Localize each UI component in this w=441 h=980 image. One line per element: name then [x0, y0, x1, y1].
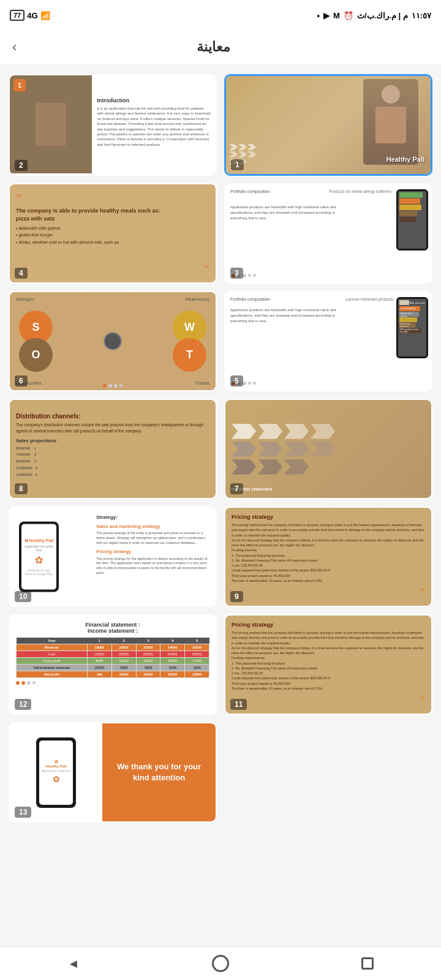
back-nav-button[interactable]: ◄ — [61, 951, 86, 976]
slide8-bg: " Distribution channels: The company's d… — [10, 400, 216, 498]
slide4-bg: " The company is able to provide healthy… — [10, 184, 216, 282]
slide-card-11[interactable]: Pricing strategy The pricing method that… — [224, 614, 432, 715]
th-4: 4 — [160, 638, 185, 644]
slide-card-4[interactable]: " The company is able to provide healthy… — [9, 183, 217, 284]
table-row-revenue: Revenue1000024000250002400031000 — [17, 644, 209, 651]
slide-thumb-6: Strengths Weaknesses S W O T Opportuniti… — [10, 292, 216, 390]
slide-card-6[interactable]: Strengths Weaknesses S W O T Opportuniti… — [9, 291, 217, 391]
slide12-dots — [16, 681, 209, 685]
slide11-title: Pricing strategy — [232, 622, 425, 628]
slide6-bg: Strengths Weaknesses S W O T Opportuniti… — [10, 292, 216, 390]
dot3 — [119, 384, 123, 387]
slide-card-2[interactable]: 1 Introduction It is an application that… — [9, 74, 217, 176]
dot-active — [16, 681, 20, 685]
th-5: 5 — [185, 638, 209, 644]
slide4-quote-open: " — [16, 190, 209, 207]
slide-number-10: 10 — [15, 591, 31, 602]
slide-card-7[interactable]: ribution channels 7 — [224, 399, 432, 499]
slide-card-5[interactable]: Portfolio composition : Application prod… — [224, 291, 432, 391]
slide13-thankyou-text: We thank you for your kind attention — [108, 761, 209, 783]
slide13-phone: ✿ Healthy Pall Application for health fo… — [36, 737, 76, 808]
back-button[interactable]: ‹ — [12, 39, 17, 55]
globe-icon — [104, 332, 122, 350]
slide-card-10[interactable]: ✿ Healthy Pall Application for health fo… — [9, 507, 217, 607]
slide7-chevrons — [225, 400, 431, 498]
slide11-text: The pricing method that the company will… — [232, 630, 425, 691]
slide10-phone: ✿ Healthy Pall Application for health fo… — [19, 522, 59, 592]
slide5-bg: Portfolio composition : Application prod… — [225, 292, 431, 390]
slide2-title: Introduction — [97, 97, 211, 104]
slide-card-8[interactable]: " Distribution channels: The company's d… — [9, 399, 217, 499]
page-title: معاينة — [197, 39, 230, 55]
slide-thumb-12: Financial statement :Income statement : … — [10, 616, 216, 714]
slide4-items: • tabbouleh with quinoa• gluten-free bur… — [16, 225, 209, 246]
dot-active — [103, 384, 107, 388]
recent-square-icon — [361, 957, 374, 970]
th-2: 2 — [111, 638, 136, 644]
back-arrow-icon: ◄ — [67, 957, 80, 971]
dot3 — [248, 382, 251, 385]
slide-number-7: 7 — [230, 483, 243, 494]
slide9-bg: Pricing strategy The pricing method that… — [225, 508, 431, 606]
slide1-bg: Healthy Pall — [226, 76, 431, 174]
slide-number-9: 9 — [230, 591, 243, 602]
slide-number-1: 1 — [231, 159, 244, 170]
signal-icon: 📶 — [40, 11, 50, 20]
dot2 — [243, 274, 246, 277]
slide11-quote-close: " — [420, 693, 425, 709]
dot3 — [32, 681, 36, 684]
dot4 — [253, 382, 256, 385]
slide-card-1[interactable]: Healthy Pall 1 — [224, 74, 432, 176]
slide10-strategy-title: Strategy: — [96, 514, 209, 521]
slide-number-3: 3 — [230, 268, 243, 279]
slide9-quote-close: " — [420, 585, 425, 601]
slides-grid: 1 Introduction It is an application that… — [0, 64, 441, 832]
slide8-quote-open: " — [16, 406, 209, 412]
slide6-dots — [103, 384, 123, 388]
slide2-num: 1 — [13, 79, 26, 91]
slide6-strengths-label: Strengths — [16, 297, 34, 301]
slide11-bg: Pricing strategy The pricing method that… — [225, 616, 431, 714]
slide13-right: We thank you for your kind attention — [102, 723, 216, 821]
slide-card-3[interactable]: Portfolio composition : Products for whe… — [224, 183, 432, 284]
slide3-bg: Portfolio composition : Products for whe… — [225, 184, 431, 282]
th-1: 1 — [87, 638, 111, 644]
slide10-bg: ✿ Healthy Pall Application for health fo… — [10, 508, 216, 606]
slide-card-13[interactable]: ✿ Healthy Pall Application for health fo… — [9, 722, 217, 823]
slide4-quote-close: " — [204, 262, 209, 277]
slide-number-5: 5 — [230, 375, 243, 386]
dot4 — [253, 274, 256, 277]
slide-number-4: 4 — [15, 268, 28, 279]
slide3-phone — [396, 189, 428, 251]
slide5-phone: Milk chocolate COFFEMATE Gluten free oth… — [396, 297, 428, 358]
slide-card-9[interactable]: Pricing strategy The pricing method that… — [224, 507, 432, 607]
slide5-subtitle: Lactose intolerant products. — [345, 297, 394, 301]
slide8-table-area: Sales projections 8000000 1 7000000 2 90… — [16, 438, 209, 478]
slide4-text: The company is able to provide healthy m… — [16, 207, 209, 222]
table-row-net: Net profit10019000190001930023500 — [17, 671, 209, 678]
dot1 — [108, 384, 112, 388]
th-3: 3 — [136, 638, 160, 644]
time-display: ١١:٥٧ — [412, 11, 431, 20]
slide-card-12[interactable]: Financial statement :Income statement : … — [9, 614, 217, 715]
home-nav-button[interactable] — [208, 951, 233, 976]
th-year: Year — [17, 638, 88, 644]
slide-number-11: 11 — [230, 699, 247, 710]
slide12-title: Financial statement :Income statement : — [16, 622, 209, 634]
slide10-pricing-text: The pricing strategy for the application… — [96, 557, 209, 576]
slide-thumb-7: ribution channels — [225, 400, 431, 498]
slide5-text: Application products are foodstuffs with… — [230, 307, 338, 324]
slide13-icon: ✿ — [53, 774, 60, 784]
recent-nav-button[interactable] — [355, 951, 380, 976]
slide-thumb-1: Healthy Pall — [226, 76, 431, 174]
slide10-logo: ✿ Healthy Pall — [24, 538, 54, 543]
home-circle-icon — [212, 955, 229, 972]
table-row-gross: Gross profit803021000220002050027500 — [17, 658, 209, 665]
slide3-subtitle: Products for wheat allergy sufferers — [329, 189, 391, 194]
slide-thumb-3: Portfolio composition : Products for whe… — [225, 184, 431, 282]
slide12-bg: Financial statement :Income statement : … — [10, 616, 216, 714]
slide6-threats-label: Threats — [195, 381, 209, 385]
notification-dot: • — [317, 11, 320, 20]
slide8-table-title: Sales projections — [16, 438, 209, 443]
dot2 — [27, 681, 31, 685]
